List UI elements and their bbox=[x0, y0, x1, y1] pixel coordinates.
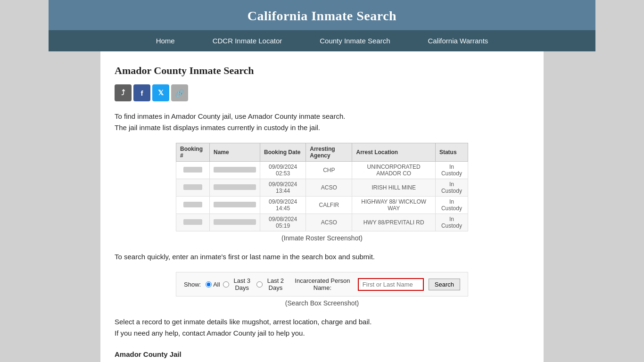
search-button[interactable]: Search bbox=[429, 279, 460, 290]
search-box-inner: Show: All Last 3 Days Last 2 Days bbox=[176, 272, 468, 296]
nav-warrants[interactable]: California Warrants bbox=[409, 30, 507, 51]
jail-info: Amador County Jail Amador County Correct… bbox=[115, 348, 529, 362]
radio-2days[interactable]: Last 2 Days bbox=[256, 277, 287, 291]
social-share: ⤴ f 𝕏 🔗 bbox=[115, 84, 529, 101]
cell-date: 09/08/2024 05:19 bbox=[260, 214, 306, 231]
cell-agency: ACSO bbox=[306, 214, 352, 231]
col-location: Arrest Location bbox=[352, 143, 435, 162]
cell-agency: ACSO bbox=[306, 179, 352, 197]
radio-group: All Last 3 Days Last 2 Days bbox=[206, 277, 287, 291]
col-booking: Booking # bbox=[176, 143, 210, 162]
detail-text: Select a record to get inmate details li… bbox=[115, 316, 529, 339]
page-title: Amador County Inmate Search bbox=[115, 65, 529, 77]
site-header: California Inmate Search bbox=[49, 0, 595, 30]
radio-3days-input[interactable] bbox=[223, 281, 229, 288]
col-status: Status bbox=[435, 143, 468, 162]
cell-agency: CALFIR bbox=[306, 197, 352, 214]
site-title: California Inmate Search bbox=[58, 8, 586, 24]
radio-2days-input[interactable] bbox=[256, 281, 263, 288]
main-nav: Home CDCR Inmate Locator County Inmate S… bbox=[49, 30, 595, 51]
radio-all-input[interactable] bbox=[206, 281, 212, 288]
cell-booking bbox=[176, 162, 210, 179]
cell-name bbox=[210, 162, 260, 179]
search-instruction: To search quickly, enter an inmate's fir… bbox=[115, 251, 529, 263]
cell-agency: CHP bbox=[306, 162, 352, 179]
intro-text: To find inmates in Amador County jail, u… bbox=[115, 111, 529, 133]
radio-all[interactable]: All bbox=[206, 281, 220, 288]
show-label: Show: bbox=[184, 281, 201, 288]
nav-cdcr[interactable]: CDCR Inmate Locator bbox=[194, 30, 301, 51]
cell-date: 09/09/2024 02:53 bbox=[260, 162, 306, 179]
cell-date: 09/09/2024 13:44 bbox=[260, 179, 306, 197]
roster-screenshot: Booking # Name Booking Date Arresting Ag… bbox=[176, 143, 468, 242]
nav-home[interactable]: Home bbox=[137, 30, 194, 51]
search-box-screenshot: Show: All Last 3 Days Last 2 Days bbox=[176, 272, 468, 307]
link-button[interactable]: 🔗 bbox=[171, 84, 188, 101]
name-input[interactable] bbox=[358, 278, 424, 291]
table-row: 09/08/2024 05:19ACSOHWY 88/PREVITALI RDI… bbox=[176, 214, 468, 231]
twitter-button[interactable]: 𝕏 bbox=[152, 84, 169, 101]
name-label: Incarcerated Person Name: bbox=[292, 277, 353, 291]
table-row: 09/09/2024 02:53CHPUNINCORPORATED AMADOR… bbox=[176, 162, 468, 179]
jail-facility: Amador County Correctional Facility bbox=[115, 361, 529, 362]
roster-caption: (Inmate Roster Screenshot) bbox=[176, 234, 468, 242]
cell-location: UNINCORPORATED AMADOR CO bbox=[352, 162, 435, 179]
nav-county[interactable]: County Inmate Search bbox=[301, 30, 409, 51]
cell-booking bbox=[176, 197, 210, 214]
cell-booking bbox=[176, 179, 210, 197]
roster-table: Booking # Name Booking Date Arresting Ag… bbox=[176, 143, 468, 231]
content-wrapper: Amador County Inmate Search ⤴ f 𝕏 🔗 To f… bbox=[100, 51, 544, 362]
share-button[interactable]: ⤴ bbox=[115, 84, 132, 101]
cell-date: 09/09/2024 14:45 bbox=[260, 197, 306, 214]
col-agency: Arresting Agency bbox=[306, 143, 352, 162]
cell-status: In Custody bbox=[435, 197, 468, 214]
jail-name: Amador County Jail bbox=[115, 350, 182, 358]
cell-status: In Custody bbox=[435, 214, 468, 231]
cell-name bbox=[210, 179, 260, 197]
cell-location: HIGHWAY 88/ WICKLOW WAY bbox=[352, 197, 435, 214]
facebook-button[interactable]: f bbox=[133, 84, 150, 101]
table-row: 09/09/2024 13:44ACSOIRISH HILL MINEIn Cu… bbox=[176, 179, 468, 197]
cell-name bbox=[210, 214, 260, 231]
cell-status: In Custody bbox=[435, 179, 468, 197]
cell-booking bbox=[176, 214, 210, 231]
col-date: Booking Date bbox=[260, 143, 306, 162]
search-caption: (Search Box Screenshot) bbox=[176, 299, 468, 307]
radio-3days[interactable]: Last 3 Days bbox=[223, 277, 254, 291]
cell-status: In Custody bbox=[435, 162, 468, 179]
cell-name bbox=[210, 197, 260, 214]
table-row: 09/09/2024 14:45CALFIRHIGHWAY 88/ WICKLO… bbox=[176, 197, 468, 214]
cell-location: HWY 88/PREVITALI RD bbox=[352, 214, 435, 231]
cell-location: IRISH HILL MINE bbox=[352, 179, 435, 197]
col-name: Name bbox=[210, 143, 260, 162]
